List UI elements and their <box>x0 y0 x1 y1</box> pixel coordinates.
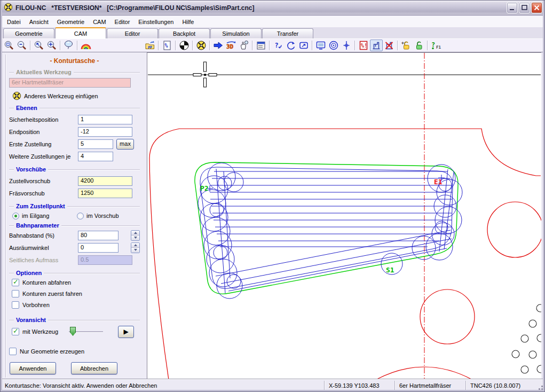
menu-geometrie[interactable]: Geometrie <box>53 18 89 26</box>
vorschub-label: im Vorschub <box>86 213 119 219</box>
centerline-point-icon[interactable] <box>340 40 353 51</box>
zoom-out-icon[interactable] <box>15 40 28 51</box>
preview-slider[interactable] <box>69 331 103 332</box>
insert-tool-label: Anderes Werkzeug einfügen <box>24 93 98 99</box>
endposition-input[interactable]: -12 <box>78 127 132 137</box>
zoom-selection-icon[interactable] <box>297 40 310 51</box>
label-s1: S1 <box>386 266 394 274</box>
drawing-canvas[interactable]: P2 E1 S1 <box>147 52 541 380</box>
preview-slider-thumb[interactable] <box>70 327 76 336</box>
vorbohren-label: Vorbohren <box>22 302 50 308</box>
toolbar: PP % 3D ? %! + ?F1 <box>1 38 544 52</box>
tab-transfer[interactable]: Transfer <box>262 28 313 38</box>
nur-geometrie-label: Nur Geometrie erzeugen <box>20 348 84 355</box>
eilgang-radio[interactable] <box>12 213 19 219</box>
svg-text:PP: PP <box>148 45 152 50</box>
tab-geometrie[interactable]: Geometrie <box>3 28 54 38</box>
menu-einstellungen[interactable]: Einstellungen <box>134 18 178 26</box>
screen-view-icon[interactable] <box>314 40 327 51</box>
fraesvorschub-input[interactable]: 1250 <box>78 189 132 198</box>
erste-zustellung-input[interactable]: 5 <box>78 139 113 149</box>
lock-add-icon[interactable]: + <box>400 40 413 51</box>
max-button[interactable]: max <box>116 139 134 150</box>
anwenden-button[interactable]: Anwenden <box>10 362 56 374</box>
quadrant-display-icon[interactable] <box>178 40 191 51</box>
percent-page-icon[interactable]: % <box>161 40 173 51</box>
fraesvorschub-label: Fräsvorschub <box>9 190 78 197</box>
title-bar[interactable]: FILOU-NC *TESTVERSION* [C:\Programme\FIL… <box>1 1 544 15</box>
cursor-crosshair <box>193 62 217 87</box>
menu-cam[interactable]: CAM <box>89 18 110 26</box>
zoom-window-icon[interactable] <box>3 40 15 51</box>
label-p2: P2 <box>200 184 209 192</box>
weitere-zustellungen-input[interactable]: 4 <box>78 152 113 161</box>
abbrechen-button[interactable]: Abbrechen <box>71 362 117 374</box>
job-list-icon[interactable] <box>255 40 267 51</box>
lock-open-icon[interactable] <box>413 40 425 51</box>
preview-play-button[interactable]: ▶ <box>118 326 134 338</box>
konturen-zuerst-label: Konturen zuerst fahren <box>22 291 82 297</box>
svg-text:3D: 3D <box>226 43 234 50</box>
bahnabstand-spinner[interactable] <box>131 230 140 241</box>
center-target-icon[interactable] <box>327 40 340 51</box>
drawing-viewport[interactable]: P2 E1 S1 <box>147 53 541 380</box>
mill-cancel-icon[interactable] <box>383 40 396 51</box>
label-e1: E1 <box>434 178 443 186</box>
close-button[interactable] <box>531 2 542 13</box>
resize-grip[interactable] <box>536 379 544 391</box>
sicherheitsposition-input[interactable]: 1 <box>78 115 132 124</box>
konturen-abfahren-label: Konturen abfahren <box>22 279 71 286</box>
aufmass-input: 0.5 <box>78 255 132 265</box>
svg-text:?: ? <box>431 41 435 49</box>
bahnabstand-label: Bahnabstand (%) <box>9 232 78 239</box>
tab-backplot[interactable]: Backplot <box>159 28 210 38</box>
ausraeumwinkel-input[interactable]: 0 <box>78 243 119 253</box>
run-forward-icon[interactable] <box>212 40 225 51</box>
zoom-previous-icon[interactable] <box>33 40 45 51</box>
part-hole-medium <box>420 289 475 344</box>
postprocessor-folder-icon[interactable]: PP <box>144 40 156 51</box>
group-ebenen: Ebenen <box>16 105 37 111</box>
ausraeumwinkel-spinner[interactable] <box>131 242 140 253</box>
menu-hilfe[interactable]: Hilfe <box>178 18 198 26</box>
tab-cam[interactable]: CAM <box>55 27 106 38</box>
nur-geometrie-checkbox[interactable] <box>9 348 17 355</box>
tool-wheel-icon[interactable] <box>195 40 208 51</box>
konturen-abfahren-checkbox[interactable] <box>12 279 19 286</box>
maximize-button[interactable] <box>519 2 530 13</box>
percent-alert-icon[interactable]: %! <box>357 40 370 51</box>
svg-text:+: + <box>401 41 404 45</box>
view-balloon-icon[interactable] <box>62 40 75 51</box>
svg-text:?: ? <box>275 42 279 49</box>
bahnabstand-input[interactable]: 80 <box>78 231 119 240</box>
svg-text:F1: F1 <box>436 45 441 50</box>
tab-simulation[interactable]: Simulation <box>210 28 262 38</box>
mill-simulation-icon[interactable] <box>370 40 383 51</box>
view-3d-icon[interactable]: 3D <box>225 40 238 51</box>
rainbow-shading-icon[interactable] <box>80 40 92 51</box>
zoom-fit-icon[interactable] <box>45 40 58 51</box>
menu-datei[interactable]: Datei <box>3 18 25 26</box>
menu-editor[interactable]: Editor <box>110 18 135 26</box>
vorbohren-checkbox[interactable] <box>12 301 19 309</box>
menu-bar: Datei Ansicht Geometrie CAM Editor Einst… <box>1 16 544 27</box>
group-aktuelles-werkzeug: Aktuelles Werkzeug <box>16 69 72 75</box>
menu-ansicht[interactable]: Ansicht <box>25 18 53 26</box>
help-rotate-icon[interactable]: ? <box>272 40 285 51</box>
konturen-zuerst-checkbox[interactable] <box>12 290 19 297</box>
svg-text:%: % <box>165 43 168 49</box>
rotate-view-icon[interactable] <box>285 40 297 51</box>
vorschub-radio[interactable] <box>77 213 84 219</box>
hand-measure-icon[interactable] <box>238 40 250 51</box>
current-tool-field: 6er Hartmetallfräser <box>9 78 131 88</box>
app-icon <box>4 3 13 13</box>
mit-werkzeug-checkbox[interactable] <box>12 328 19 335</box>
insert-tool-button[interactable]: Anderes Werkzeug einfügen <box>12 91 140 100</box>
minimize-button[interactable] <box>507 2 518 13</box>
status-control-type: TNC426 (10.8.007) <box>465 381 536 390</box>
zustellvorschub-input[interactable]: 4200 <box>78 176 132 186</box>
group-bahnparameter: Bahnparameter <box>16 222 59 229</box>
aufmass-label: Seitliches Aufmass <box>9 257 78 263</box>
tab-editor[interactable]: Editor <box>107 28 158 38</box>
help-f1-icon[interactable]: ?F1 <box>430 40 443 51</box>
